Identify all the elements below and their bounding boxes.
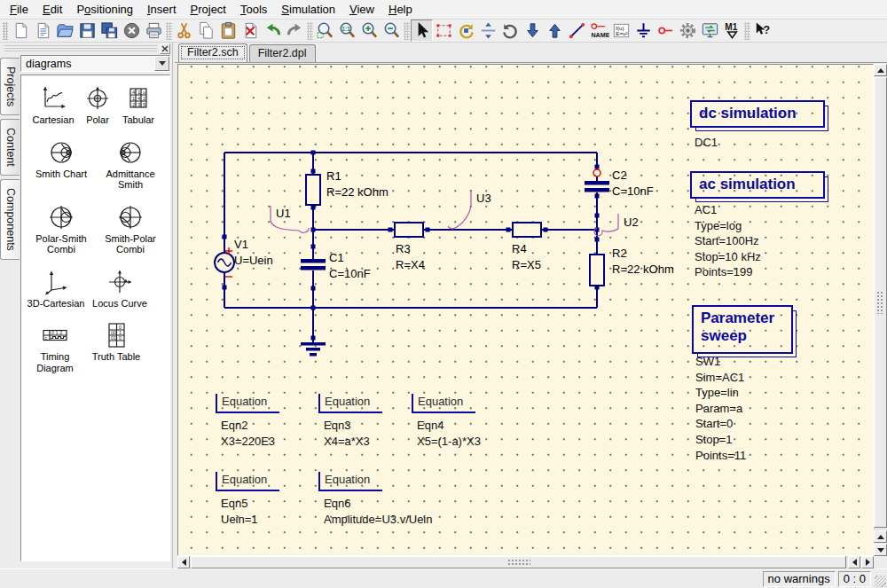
palette-item-timing-diagram[interactable]: 0 1 2cTiming Diagram bbox=[27, 321, 83, 373]
node-label-u3[interactable]: U3 bbox=[476, 192, 491, 205]
menu-project[interactable]: Project bbox=[184, 1, 233, 19]
view-data-display-button[interactable] bbox=[699, 20, 721, 42]
rotate-ccw-button[interactable] bbox=[499, 20, 522, 42]
equation-eqn3[interactable]: EquationEqn3X4=a*X3 bbox=[318, 394, 382, 449]
chevron-down-icon[interactable] bbox=[154, 56, 169, 71]
component-r2-label[interactable]: R2 bbox=[612, 247, 627, 260]
zoom-out-button[interactable] bbox=[381, 20, 403, 42]
scroll-up-button[interactable] bbox=[874, 64, 887, 76]
equation-eqn6[interactable]: EquationEqn6Amplitude=U3.v/Uein bbox=[318, 472, 432, 527]
new-document-button[interactable] bbox=[10, 20, 32, 42]
palette-item-cartesian[interactable]: Cartesian bbox=[27, 84, 80, 126]
save-button[interactable] bbox=[76, 20, 98, 42]
simulation-properties[interactable]: AC1Type=logStart=100HzStop=10 kHzPoints=… bbox=[695, 202, 761, 280]
paste-button[interactable] bbox=[217, 20, 239, 42]
component-r1[interactable] bbox=[306, 175, 320, 205]
mirror-x-button[interactable] bbox=[477, 20, 499, 42]
document-tab-filter2-sch[interactable]: Filter2.sch bbox=[178, 43, 247, 62]
cut-button[interactable] bbox=[173, 20, 195, 42]
sidebar-tab-content[interactable]: Content bbox=[0, 119, 20, 176]
copy-button[interactable] bbox=[195, 20, 217, 42]
open-node-indicator[interactable] bbox=[593, 169, 600, 176]
move-component-text-button[interactable] bbox=[433, 20, 455, 42]
menu-file[interactable]: File bbox=[3, 1, 35, 19]
simulation-dc-simulation[interactable]: dc simulation bbox=[690, 100, 825, 128]
menu-tools[interactable]: Tools bbox=[233, 1, 274, 19]
component-r3[interactable] bbox=[395, 223, 423, 237]
component-r4-label[interactable]: R4 bbox=[512, 242, 527, 255]
toolbar-drag-handle[interactable] bbox=[3, 22, 8, 40]
insert-ground-button[interactable] bbox=[632, 20, 655, 42]
palette-item-locus-curve[interactable]: Locus Curve bbox=[85, 268, 154, 310]
print-button[interactable] bbox=[143, 20, 165, 42]
insert-wire-label-button[interactable]: NAME bbox=[588, 20, 610, 42]
palette-item-truth-table[interactable]: 0001010Truth Table bbox=[83, 321, 149, 373]
node-label-u2[interactable]: U2 bbox=[624, 216, 639, 229]
component-gnd1[interactable] bbox=[301, 342, 326, 357]
scroll-left-button[interactable] bbox=[177, 556, 190, 568]
simulation-ac-simulation[interactable]: ac simulation bbox=[690, 171, 825, 199]
palette-item-smith-polar-combi[interactable]: Smith-Polar Combi bbox=[96, 203, 165, 255]
equation-eqn2[interactable]: EquationEqn2X3=220E3 bbox=[216, 394, 279, 449]
scroll-up-button-2[interactable] bbox=[874, 530, 887, 543]
vertical-scrollbar[interactable] bbox=[874, 64, 887, 556]
component-r3-label[interactable]: R3 bbox=[396, 242, 411, 255]
component-r4-label[interactable]: R=X5 bbox=[512, 258, 541, 271]
pop-out-of-subcircuit-button[interactable] bbox=[544, 20, 566, 42]
simulation-parameter-sweep[interactable]: Parameter sweep bbox=[692, 305, 793, 354]
zoom-100-button[interactable]: 1:1 bbox=[336, 20, 358, 42]
component-v1-label[interactable]: U=Uein bbox=[234, 254, 273, 267]
push-into-subcircuit-button[interactable] bbox=[522, 20, 544, 42]
menu-view[interactable]: View bbox=[342, 1, 381, 19]
menu-insert[interactable]: Insert bbox=[140, 1, 184, 19]
simulation-properties[interactable]: SW1Sim=AC1Type=linParam=aStart=0Stop=1Po… bbox=[695, 354, 746, 463]
resize-grip[interactable] bbox=[875, 576, 886, 587]
scroll-right-button[interactable] bbox=[861, 556, 874, 568]
menu-positioning[interactable]: Positioning bbox=[69, 1, 140, 19]
component-c2[interactable] bbox=[585, 181, 609, 192]
node-label-u1[interactable]: U1 bbox=[276, 207, 291, 220]
schematic-canvas[interactable]: V1U=UeinR1R=22 kOhmC1C=10nFR3R=X4R4R=X5C… bbox=[177, 64, 874, 556]
component-c1-label[interactable]: C1 bbox=[329, 251, 344, 264]
horizontal-scrollbar[interactable] bbox=[177, 556, 874, 568]
component-c2-label[interactable]: C2 bbox=[612, 169, 627, 182]
delete-button[interactable] bbox=[239, 20, 262, 42]
dock-drag-handle[interactable] bbox=[4, 45, 157, 51]
component-r4[interactable] bbox=[513, 223, 541, 237]
palette-item-polar[interactable]: Polar bbox=[80, 84, 115, 126]
component-r1-label[interactable]: R1 bbox=[326, 169, 341, 183]
dock-close-button[interactable] bbox=[160, 43, 170, 54]
component-r2-label[interactable]: R=22 kOhm bbox=[612, 263, 674, 276]
sidebar-tab-components[interactable]: Components bbox=[0, 179, 20, 260]
save-all-button[interactable] bbox=[98, 20, 121, 42]
whats-this-button[interactable]: ? bbox=[751, 20, 773, 42]
component-category-select[interactable]: diagrams bbox=[20, 55, 170, 72]
palette-item-3d-cartesian[interactable]: 3D-Cartesian bbox=[27, 268, 85, 310]
palette-item-smith-chart[interactable]: Smith Chart bbox=[27, 138, 96, 191]
palette-item-admittance-smith[interactable]: Admittance Smith bbox=[96, 138, 165, 191]
insert-wire-button[interactable] bbox=[566, 20, 588, 42]
open-folder-button[interactable] bbox=[54, 20, 76, 42]
zoom-fit-button[interactable] bbox=[314, 20, 336, 42]
undo-button[interactable] bbox=[262, 20, 284, 42]
component-c2-label[interactable]: C=10nF bbox=[612, 184, 654, 198]
component-r1-label[interactable]: R=22 kOhm bbox=[326, 185, 389, 199]
horizontal-scroll-thumb[interactable] bbox=[191, 556, 846, 568]
set-marker-button[interactable]: M1 bbox=[721, 20, 743, 42]
close-document-button[interactable] bbox=[121, 20, 143, 42]
scroll-left-button-2[interactable] bbox=[848, 556, 860, 568]
equation-eqn5[interactable]: EquationEqn5Uein=1 bbox=[216, 472, 279, 527]
vertical-scroll-thumb[interactable] bbox=[874, 77, 887, 528]
insert-equation-button[interactable]: f(u)E=u² bbox=[610, 20, 632, 42]
insert-port-button[interactable] bbox=[655, 20, 677, 42]
component-c1[interactable] bbox=[301, 259, 326, 270]
menu-edit[interactable]: Edit bbox=[35, 1, 69, 19]
redo-button[interactable] bbox=[284, 20, 306, 42]
sidebar-tab-projects[interactable]: Projects bbox=[0, 58, 20, 115]
select-pointer-button[interactable] bbox=[411, 20, 433, 42]
palette-item-tabular[interactable]: 41u142235Tabular bbox=[115, 84, 161, 126]
document-tab-filter2-dpl[interactable]: Filter2.dpl bbox=[249, 44, 316, 62]
component-r3-label[interactable]: R=X4 bbox=[396, 258, 425, 271]
component-c1-label[interactable]: C=10nF bbox=[329, 267, 371, 280]
palette-item-polar-smith-combi[interactable]: Polar-Smith Combi bbox=[27, 203, 96, 255]
